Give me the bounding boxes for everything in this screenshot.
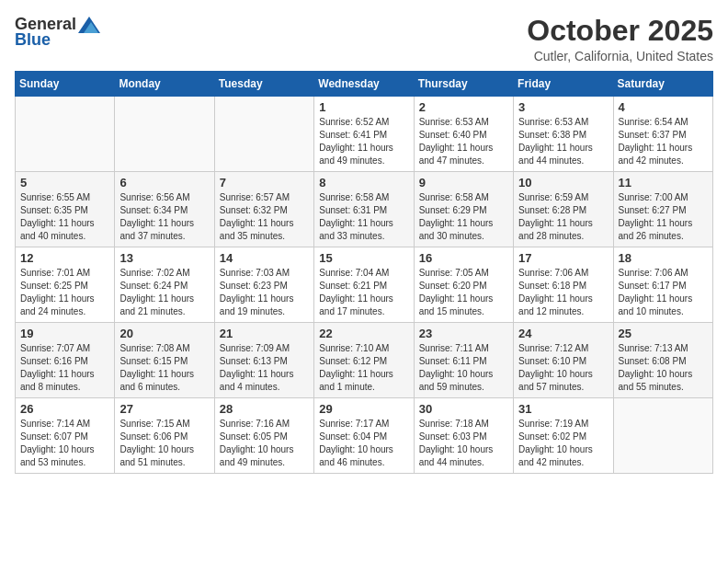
calendar-cell: 13Sunrise: 7:02 AMSunset: 6:24 PMDayligh…: [115, 247, 214, 323]
calendar-cell: [16, 97, 115, 172]
calendar-cell: 22Sunrise: 7:10 AMSunset: 6:12 PMDayligh…: [314, 323, 414, 398]
day-number: 3: [518, 100, 608, 114]
day-number: 23: [419, 327, 508, 340]
day-info: Sunrise: 6:53 AMSunset: 6:38 PMDaylight:…: [518, 116, 608, 167]
day-number: 8: [319, 176, 408, 190]
calendar-week-1: 1Sunrise: 6:52 AMSunset: 6:41 PMDaylight…: [16, 97, 713, 172]
calendar-table: SundayMondayTuesdayWednesdayThursdayFrid…: [15, 71, 713, 474]
day-info: Sunrise: 7:12 AMSunset: 6:10 PMDaylight:…: [518, 342, 608, 394]
calendar-cell: 31Sunrise: 7:19 AMSunset: 6:02 PMDayligh…: [514, 398, 613, 474]
day-number: 25: [619, 327, 708, 340]
day-number: 2: [419, 100, 508, 114]
calendar-week-4: 19Sunrise: 7:07 AMSunset: 6:16 PMDayligh…: [16, 323, 713, 398]
calendar-cell: 16Sunrise: 7:05 AMSunset: 6:20 PMDayligh…: [414, 247, 513, 323]
weekday-header-wednesday: Wednesday: [314, 72, 414, 97]
day-number: 28: [220, 402, 309, 416]
day-info: Sunrise: 6:54 AMSunset: 6:37 PMDaylight:…: [619, 116, 708, 167]
location-text: Cutler, California, United States: [527, 49, 713, 63]
day-number: 13: [119, 251, 209, 265]
day-info: Sunrise: 7:11 AMSunset: 6:11 PMDaylight:…: [419, 342, 508, 394]
day-info: Sunrise: 7:07 AMSunset: 6:16 PMDaylight:…: [20, 342, 109, 394]
calendar-cell: 7Sunrise: 6:57 AMSunset: 6:32 PMDaylight…: [214, 172, 313, 247]
weekday-header-monday: Monday: [115, 72, 214, 97]
calendar-week-2: 5Sunrise: 6:55 AMSunset: 6:35 PMDaylight…: [16, 172, 713, 247]
calendar-cell: 23Sunrise: 7:11 AMSunset: 6:11 PMDayligh…: [414, 323, 513, 398]
day-number: 5: [20, 176, 109, 190]
calendar-cell: 14Sunrise: 7:03 AMSunset: 6:23 PMDayligh…: [214, 247, 313, 323]
calendar-cell: 18Sunrise: 7:06 AMSunset: 6:17 PMDayligh…: [613, 247, 712, 323]
day-info: Sunrise: 7:15 AMSunset: 6:06 PMDaylight:…: [119, 418, 209, 469]
day-info: Sunrise: 7:17 AMSunset: 6:04 PMDaylight:…: [319, 418, 408, 469]
calendar-cell: 20Sunrise: 7:08 AMSunset: 6:15 PMDayligh…: [115, 323, 214, 398]
calendar-cell: 4Sunrise: 6:54 AMSunset: 6:37 PMDaylight…: [613, 97, 712, 172]
calendar-cell: 10Sunrise: 6:59 AMSunset: 6:28 PMDayligh…: [514, 172, 613, 247]
day-info: Sunrise: 7:06 AMSunset: 6:17 PMDaylight:…: [619, 267, 708, 318]
calendar-cell: 28Sunrise: 7:16 AMSunset: 6:05 PMDayligh…: [214, 398, 313, 474]
day-info: Sunrise: 7:10 AMSunset: 6:12 PMDaylight:…: [319, 342, 408, 394]
weekday-header-row: SundayMondayTuesdayWednesdayThursdayFrid…: [16, 72, 713, 97]
day-info: Sunrise: 7:18 AMSunset: 6:03 PMDaylight:…: [419, 418, 508, 469]
day-info: Sunrise: 7:19 AMSunset: 6:02 PMDaylight:…: [518, 418, 608, 469]
day-number: 16: [419, 251, 508, 265]
weekday-header-tuesday: Tuesday: [214, 72, 313, 97]
day-info: Sunrise: 6:56 AMSunset: 6:34 PMDaylight:…: [119, 191, 209, 243]
day-info: Sunrise: 7:08 AMSunset: 6:15 PMDaylight:…: [119, 342, 209, 394]
day-number: 30: [419, 402, 508, 416]
day-info: Sunrise: 7:00 AMSunset: 6:27 PMDaylight:…: [619, 191, 708, 243]
day-info: Sunrise: 7:06 AMSunset: 6:18 PMDaylight:…: [518, 267, 608, 318]
logo: General Blue: [15, 15, 100, 50]
day-info: Sunrise: 6:53 AMSunset: 6:40 PMDaylight:…: [419, 116, 508, 167]
day-info: Sunrise: 7:14 AMSunset: 6:07 PMDaylight:…: [20, 418, 109, 469]
calendar-cell: 9Sunrise: 6:58 AMSunset: 6:29 PMDaylight…: [414, 172, 513, 247]
weekday-header-friday: Friday: [514, 72, 613, 97]
day-info: Sunrise: 7:09 AMSunset: 6:13 PMDaylight:…: [220, 342, 309, 394]
day-info: Sunrise: 7:01 AMSunset: 6:25 PMDaylight:…: [20, 267, 109, 318]
day-number: 9: [419, 176, 508, 190]
day-number: 31: [518, 402, 608, 416]
calendar-cell: [613, 398, 712, 474]
day-number: 1: [319, 100, 408, 114]
day-number: 18: [619, 251, 708, 265]
month-title: October 2025: [527, 15, 713, 47]
day-number: 7: [220, 176, 309, 190]
calendar-cell: 25Sunrise: 7:13 AMSunset: 6:08 PMDayligh…: [613, 323, 712, 398]
weekday-header-saturday: Saturday: [613, 72, 712, 97]
calendar-cell: 11Sunrise: 7:00 AMSunset: 6:27 PMDayligh…: [613, 172, 712, 247]
calendar-cell: [214, 97, 313, 172]
logo-icon: [78, 17, 100, 33]
day-number: 20: [119, 327, 209, 340]
day-info: Sunrise: 7:05 AMSunset: 6:20 PMDaylight:…: [419, 267, 508, 318]
day-number: 12: [20, 251, 109, 265]
day-number: 29: [319, 402, 408, 416]
page-header: General Blue October 2025 Cutler, Califo…: [15, 15, 713, 63]
calendar-cell: 5Sunrise: 6:55 AMSunset: 6:35 PMDaylight…: [16, 172, 115, 247]
day-number: 6: [119, 176, 209, 190]
calendar-cell: 19Sunrise: 7:07 AMSunset: 6:16 PMDayligh…: [16, 323, 115, 398]
day-info: Sunrise: 7:16 AMSunset: 6:05 PMDaylight:…: [220, 418, 309, 469]
calendar-cell: 26Sunrise: 7:14 AMSunset: 6:07 PMDayligh…: [16, 398, 115, 474]
weekday-header-thursday: Thursday: [414, 72, 513, 97]
day-number: 15: [319, 251, 408, 265]
day-number: 14: [220, 251, 309, 265]
day-info: Sunrise: 6:52 AMSunset: 6:41 PMDaylight:…: [319, 116, 408, 167]
day-number: 27: [119, 402, 209, 416]
day-info: Sunrise: 6:59 AMSunset: 6:28 PMDaylight:…: [518, 191, 608, 243]
day-info: Sunrise: 7:04 AMSunset: 6:21 PMDaylight:…: [319, 267, 408, 318]
day-number: 4: [619, 100, 708, 114]
calendar-week-5: 26Sunrise: 7:14 AMSunset: 6:07 PMDayligh…: [16, 398, 713, 474]
day-number: 21: [220, 327, 309, 340]
title-block: October 2025 Cutler, California, United …: [527, 15, 713, 63]
calendar-cell: 21Sunrise: 7:09 AMSunset: 6:13 PMDayligh…: [214, 323, 313, 398]
calendar-cell: 3Sunrise: 6:53 AMSunset: 6:38 PMDaylight…: [514, 97, 613, 172]
day-number: 10: [518, 176, 608, 190]
calendar-cell: 24Sunrise: 7:12 AMSunset: 6:10 PMDayligh…: [514, 323, 613, 398]
day-number: 19: [20, 327, 109, 340]
calendar-cell: 17Sunrise: 7:06 AMSunset: 6:18 PMDayligh…: [514, 247, 613, 323]
calendar-cell: 27Sunrise: 7:15 AMSunset: 6:06 PMDayligh…: [115, 398, 214, 474]
weekday-header-sunday: Sunday: [16, 72, 115, 97]
calendar-cell: 1Sunrise: 6:52 AMSunset: 6:41 PMDaylight…: [314, 97, 414, 172]
day-number: 17: [518, 251, 608, 265]
calendar-week-3: 12Sunrise: 7:01 AMSunset: 6:25 PMDayligh…: [16, 247, 713, 323]
day-info: Sunrise: 6:58 AMSunset: 6:29 PMDaylight:…: [419, 191, 508, 243]
day-info: Sunrise: 6:57 AMSunset: 6:32 PMDaylight:…: [220, 191, 309, 243]
